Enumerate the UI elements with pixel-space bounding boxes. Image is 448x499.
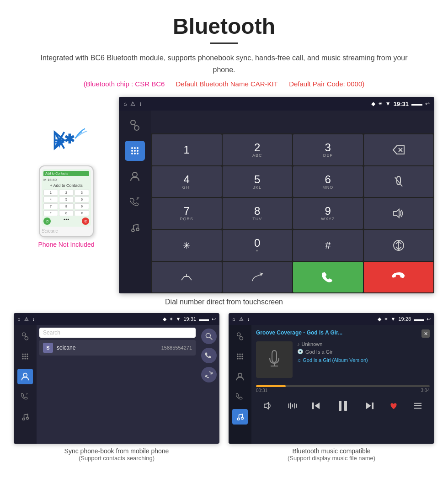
contact-row[interactable]: S seicane 15885554271 [39, 340, 196, 356]
album-icon: 💿 [297, 349, 304, 355]
phone-key-3: 3 [75, 190, 89, 196]
pb-sidebar-contacts[interactable] [17, 369, 33, 384]
total-time: 3:04 [421, 388, 430, 393]
svg-point-48 [237, 354, 238, 355]
progress-bar-background [256, 385, 430, 387]
dial-btn-swap[interactable] [364, 230, 434, 261]
pb-sidebar-dialpad[interactable] [17, 349, 33, 364]
music-top-bar: Groove Coverage - God Is A Gir... ✕ [256, 329, 430, 338]
equalizer-button[interactable] [288, 402, 297, 410]
sidebar-chain-icon[interactable] [125, 115, 145, 135]
svg-point-6 [134, 126, 139, 130]
bluetooth-status-icon: ✴ [378, 101, 383, 107]
dial-btn-star[interactable]: ✳ [152, 230, 222, 261]
pb-sidebar [14, 325, 37, 444]
sidebar-recent-calls-icon[interactable] [125, 192, 145, 212]
dial-btn-6[interactable]: 6 MNO [293, 166, 363, 197]
svg-point-42 [26, 417, 28, 419]
svg-line-24 [181, 276, 184, 280]
pb-action-buttons [198, 325, 219, 444]
pb-sidebar-music[interactable] [17, 409, 33, 425]
music-sb-music[interactable] [232, 409, 248, 425]
music-controls [256, 398, 430, 413]
next-button[interactable] [365, 402, 374, 410]
pb-wifi-icon: ▼ [176, 316, 181, 322]
search-placeholder: Search [43, 329, 60, 336]
music-album-row: 💿 God Is a Girl [297, 349, 430, 355]
dial-btn-2[interactable]: 2 ABC [223, 134, 293, 165]
svg-point-17 [133, 172, 137, 177]
dial-btn-0[interactable]: 0 + [223, 230, 293, 261]
previous-button[interactable] [311, 402, 320, 410]
favorite-button[interactable] [389, 402, 398, 410]
play-pause-button[interactable] [336, 398, 350, 413]
svg-point-39 [27, 358, 28, 359]
music-close-button[interactable]: ✕ [421, 329, 430, 338]
pb-call-button[interactable] [201, 348, 217, 363]
svg-point-55 [239, 358, 240, 359]
dial-btn-mute[interactable] [364, 166, 434, 197]
dial-btn-3[interactable]: 3 DEF [293, 134, 363, 165]
svg-line-7 [134, 124, 135, 126]
sidebar-contact-icon[interactable] [125, 166, 145, 186]
pb-search-bar[interactable]: Search [39, 328, 196, 338]
svg-point-51 [237, 356, 238, 357]
specs-line: (Bluetooth chip : CSR BC6 Default Blueto… [9, 80, 439, 88]
contact-number: 15885554271 [161, 345, 192, 350]
svg-point-10 [137, 147, 139, 149]
phonebook-body: Search S seicane 15885554271 [14, 325, 219, 444]
svg-rect-71 [344, 401, 347, 411]
pb-search-button[interactable] [201, 329, 217, 344]
dial-btn-end[interactable] [364, 262, 434, 293]
phonebook-status-bar: ⌂ ⚠ ↓ ◆ ✴ ▼ 19:31 ▬▬ ↩ [14, 313, 219, 325]
music-body: Groove Coverage - God Is A Gir... ✕ [229, 325, 434, 444]
pb-sidebar-chain[interactable] [17, 329, 33, 344]
bluetooth-icon-area: ✦ ✱ [43, 124, 89, 161]
svg-point-9 [134, 147, 136, 149]
svg-point-53 [241, 356, 243, 357]
phone-call-row: ✆ ●●● ✆ [43, 218, 89, 225]
dial-btn-4[interactable]: 4 GHI [152, 166, 222, 197]
svg-line-47 [240, 336, 240, 337]
dial-btn-backspace[interactable] [364, 134, 434, 165]
sidebar-dialpad-icon[interactable] [125, 141, 145, 161]
dial-btn-merge[interactable] [152, 262, 222, 293]
dial-btn-call[interactable] [293, 262, 363, 293]
dial-btn-1[interactable]: 1 [152, 134, 222, 165]
svg-point-33 [27, 354, 28, 355]
dial-btn-9[interactable]: 9 WXYZ [293, 198, 363, 229]
svg-point-52 [239, 356, 240, 357]
svg-point-8 [131, 147, 133, 149]
music-current-track: ♫ God is a Girl (Album Version) [297, 356, 430, 364]
music-sb-contacts[interactable] [232, 369, 248, 384]
progress-times: 00:31 3:04 [256, 388, 430, 393]
music-sb-calls[interactable] [232, 389, 248, 404]
volume-button[interactable] [263, 402, 272, 410]
main-caption: Dial number direct from touchscreen [0, 293, 448, 313]
pb-refresh-button[interactable] [201, 367, 217, 382]
music-sb-chain[interactable] [232, 329, 248, 344]
page-header: Bluetooth Integrated with BC6 Bluetooth … [0, 0, 448, 92]
sidebar-music-icon[interactable] [125, 218, 145, 238]
dialer-grid: 1 2 ABC 3 DEF [151, 133, 434, 293]
music-back-icon: ↩ [427, 316, 431, 322]
svg-line-25 [189, 276, 192, 280]
status-bar-left: ⌂ ⚠ ↓ [123, 101, 142, 107]
pb-sidebar-calls[interactable] [17, 389, 33, 404]
dial-btn-volume[interactable] [364, 198, 434, 229]
dial-btn-transfer[interactable] [223, 262, 293, 293]
dial-btn-7[interactable]: 7 PQRS [152, 198, 222, 229]
dial-btn-hash[interactable]: # [293, 230, 363, 261]
music-caption-sub: (Support display music file name) [229, 455, 434, 462]
dial-btn-5[interactable]: 5 JKL [223, 166, 293, 197]
music-album: God Is a Girl [305, 349, 334, 355]
music-sb-dialpad[interactable] [232, 349, 248, 364]
svg-point-31 [22, 354, 23, 355]
svg-point-37 [22, 358, 23, 359]
dial-btn-8[interactable]: 8 TUV [223, 198, 293, 229]
phone-key-9: 9 [75, 203, 89, 209]
phone-key-1: 1 [43, 190, 58, 196]
playlist-button[interactable] [413, 402, 422, 410]
svg-point-54 [237, 358, 238, 359]
phone-key-0: 0 [59, 210, 74, 216]
